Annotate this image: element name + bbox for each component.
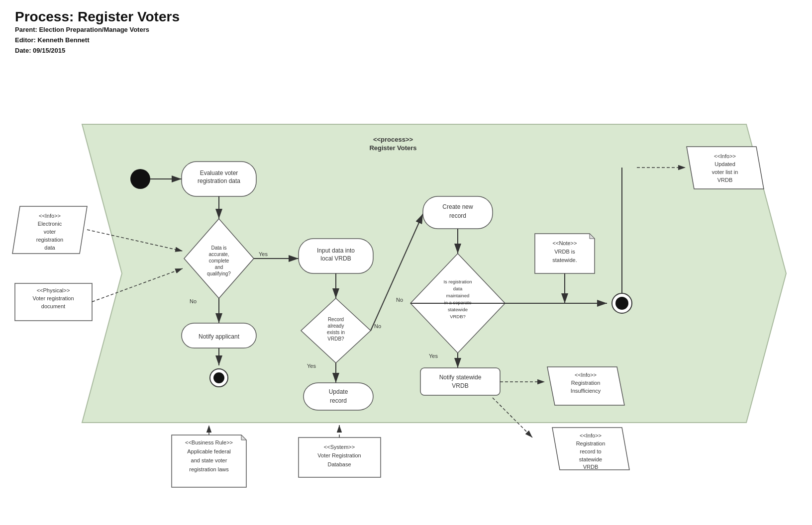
end-inner [615, 297, 628, 310]
svg-text:record to: record to [580, 448, 601, 454]
svg-text:VRDB is: VRDB is [554, 249, 575, 255]
svg-text:and state voter: and state voter [191, 457, 227, 463]
no-label-1: No [374, 323, 381, 329]
svg-text:statewide: statewide [448, 307, 468, 312]
svg-text:Electronic: Electronic [38, 221, 62, 227]
svg-text:<<Physical>>: <<Physical>> [37, 287, 70, 293]
start-node [130, 169, 150, 189]
svg-text:record: record [330, 397, 347, 404]
diagram-area: <<process>> Register Voters Evaluate vot… [5, 60, 811, 507]
svg-text:registration data: registration data [198, 177, 240, 184]
evaluate-label: Evaluate voter [200, 170, 238, 176]
svg-text:Insufficiency: Insufficiency [571, 388, 601, 394]
svg-text:<<Note>>: <<Note>> [553, 240, 577, 246]
svg-text:<<Info>>: <<Info>> [714, 153, 736, 159]
svg-text:local VRDB: local VRDB [320, 255, 351, 262]
svg-text:record: record [449, 212, 466, 219]
svg-text:VRDB: VRDB [583, 464, 599, 470]
svg-text:Update: Update [329, 388, 348, 395]
svg-text:Registration: Registration [576, 440, 606, 446]
yes-label-2: Yes [429, 353, 438, 359]
svg-text:Data is: Data is [211, 245, 226, 251]
svg-text:data: data [44, 245, 55, 251]
notify-statewide-node [420, 368, 500, 395]
svg-text:<<Info>>: <<Info>> [575, 372, 597, 378]
process-label: <<process>> [373, 136, 413, 143]
svg-text:already: already [328, 323, 344, 329]
svg-text:Record: Record [328, 317, 344, 322]
svg-text:VRDB: VRDB [717, 177, 733, 183]
process-name: Register Voters [369, 144, 416, 152]
no-label-2: No [396, 297, 403, 303]
svg-text:<<Info>>: <<Info>> [580, 433, 602, 438]
svg-text:Is registration: Is registration [443, 279, 472, 284]
yes-label-3: Yes [307, 363, 316, 369]
svg-text:Notify statewide: Notify statewide [439, 374, 482, 381]
svg-text:Updated: Updated [714, 161, 735, 167]
svg-text:<<Business Rule>>: <<Business Rule>> [185, 439, 233, 445]
svg-text:and: and [215, 264, 223, 270]
svg-text:complete: complete [209, 258, 229, 263]
page-title: Process: Register Voters [15, 9, 180, 25]
svg-text:Notify applicant: Notify applicant [199, 333, 240, 340]
end2-inner [213, 372, 224, 383]
svg-text:Create new: Create new [442, 203, 473, 210]
parent-label: Parent: Election Preparation/Manage Vote… [15, 25, 180, 35]
title-block: Process: Register Voters Parent: Electio… [15, 9, 180, 56]
svg-text:Input data into: Input data into [317, 247, 355, 254]
svg-text:Registration: Registration [571, 380, 601, 386]
svg-text:statewide.: statewide. [552, 257, 577, 263]
yes-label-1: Yes [259, 251, 268, 257]
svg-text:registration laws: registration laws [189, 466, 229, 472]
svg-text:maintained: maintained [446, 293, 469, 298]
editor-label: Editor: Kenneth Bennett [15, 35, 180, 46]
svg-text:qualifying?: qualifying? [207, 271, 231, 276]
svg-text:Voter registration: Voter registration [32, 295, 74, 301]
svg-text:data: data [453, 286, 463, 291]
svg-text:in a separate: in a separate [444, 300, 472, 305]
business-rule-ear [241, 435, 246, 440]
svg-text:voter list in: voter list in [712, 169, 738, 175]
svg-text:Applicable federal: Applicable federal [187, 448, 230, 454]
svg-text:document: document [41, 303, 65, 309]
svg-text:exists in: exists in [327, 330, 345, 335]
svg-text:VRDB?: VRDB? [327, 336, 344, 342]
svg-text:VRDB: VRDB [452, 382, 468, 389]
svg-text:VRDB?: VRDB? [450, 314, 466, 319]
svg-text:<<Info>>: <<Info>> [39, 213, 61, 219]
svg-text:registration: registration [36, 237, 63, 243]
svg-text:Voter Registration: Voter Registration [317, 452, 361, 458]
svg-text:statewide: statewide [579, 456, 602, 462]
svg-text:Database: Database [327, 461, 351, 467]
date-label: Date: 09/15/2015 [15, 46, 180, 56]
no-label-3: No [190, 298, 197, 304]
svg-text:voter: voter [44, 229, 56, 235]
update-record-node [304, 383, 373, 410]
svg-text:accurate,: accurate, [208, 252, 229, 257]
svg-text:<<System>>: <<System>> [324, 444, 355, 450]
